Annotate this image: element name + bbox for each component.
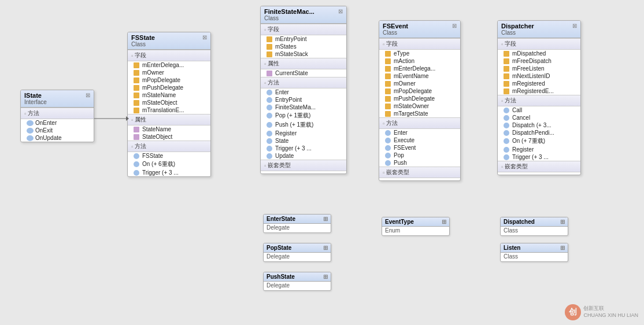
fsevent-methods-header: 方法 <box>379 117 460 129</box>
istate-methods-header: 方法 <box>21 108 94 119</box>
istate-method-onupdate: OnUpdate <box>21 134 94 142</box>
watermark-logo: 创 <box>565 304 581 320</box>
dispatcher-box: Dispatcher Class ⊠ 字段 mDispatched mFreeD… <box>497 20 581 175</box>
dispatcher-title: Dispatcher <box>501 23 534 29</box>
dispatcher-nested-header: 嵌套类型 <box>498 161 580 172</box>
watermark: 创 创新互联 CHUANG XIN HU LIAN <box>565 304 638 320</box>
watermark-text: 创新互联 CHUANG XIN HU LIAN <box>583 305 638 319</box>
dispatcher-methods-header: 方法 <box>498 95 580 106</box>
dispatched-box: Dispatched ⊞ Class <box>500 217 568 236</box>
dispatched-header[interactable]: Dispatched ⊞ <box>501 217 568 227</box>
istate-subtitle: Interface <box>24 99 47 105</box>
dispatcher-subtitle: Class <box>501 29 534 36</box>
enterstate-box: EnterState ⊞ Delegate <box>263 214 331 233</box>
enterstate-icon[interactable]: ⊞ <box>323 216 328 222</box>
fsstate-box: FSState Class ⊠ 字段 mEnterDelega... mOwne… <box>127 32 211 177</box>
istate-method-onexit: OnExit <box>21 127 94 134</box>
enterstate-subtitle: Delegate <box>264 224 331 232</box>
watermark-line1: 创新互联 <box>583 305 638 312</box>
dispatched-title: Dispatched <box>504 219 535 225</box>
pushstate-icon[interactable]: ⊞ <box>323 274 328 280</box>
fsevent-title: FSEvent <box>383 23 408 29</box>
fsm-nested-header: 嵌套类型 <box>261 160 346 171</box>
fsm-collapse-icon[interactable]: ⊠ <box>338 8 343 14</box>
fsm-methods-header: 方法 <box>261 77 346 88</box>
eventtype-icon[interactable]: ⊞ <box>442 219 446 225</box>
popstate-title: PopState <box>267 245 291 251</box>
pushstate-box: PushState ⊞ Delegate <box>263 272 331 291</box>
fsm-props-header: 属性 <box>261 58 346 69</box>
eventtype-subtitle: Enum <box>382 227 449 235</box>
dispatcher-fields-header: 字段 <box>498 38 580 50</box>
watermark-line2: CHUANG XIN HU LIAN <box>583 312 638 319</box>
istate-box: IState Interface ⊠ 方法 OnEnter OnExit OnU… <box>20 90 94 142</box>
fsstate-methods-header: 方法 <box>128 141 210 152</box>
fsevent-nested-header: 嵌套类型 <box>379 167 460 178</box>
dispatched-subtitle: Class <box>501 227 568 235</box>
eventtype-box: EventType ⊞ Enum <box>382 217 450 236</box>
fsevent-collapse-icon[interactable]: ⊠ <box>452 23 457 29</box>
eventtype-title: EventType <box>385 219 414 225</box>
listen-subtitle: Class <box>501 253 568 261</box>
istate-method-onenter: OnEnter <box>21 119 94 127</box>
fsevent-subtitle: Class <box>383 29 408 36</box>
listen-box: Listen ⊞ Class <box>500 243 568 262</box>
fsevent-header[interactable]: FSEvent Class ⊠ <box>379 21 460 38</box>
eventtype-header[interactable]: EventType ⊞ <box>382 217 449 227</box>
popstate-icon[interactable]: ⊞ <box>323 245 328 251</box>
fsm-subtitle: Class <box>264 15 314 21</box>
enterstate-header[interactable]: EnterState ⊞ <box>264 215 331 224</box>
fsm-box: FiniteStateMac... Class ⊠ 字段 mEntryPoint… <box>260 6 347 174</box>
fsstate-collapse-icon[interactable]: ⊠ <box>202 34 207 40</box>
fsm-title: FiniteStateMac... <box>264 8 314 15</box>
fsstate-title: FSState <box>131 34 155 41</box>
popstate-subtitle: Delegate <box>264 253 331 261</box>
fsm-header[interactable]: FiniteStateMac... Class ⊠ <box>261 6 346 24</box>
fsm-fields-header: 字段 <box>261 24 346 35</box>
fsevent-box: FSEvent Class ⊠ 字段 eType mAction mEnterD… <box>379 20 461 181</box>
dispatched-icon[interactable]: ⊞ <box>560 219 565 225</box>
enterstate-title: EnterState <box>267 216 295 222</box>
istate-collapse-icon[interactable]: ⊠ <box>86 92 90 98</box>
listen-icon[interactable]: ⊞ <box>560 245 565 251</box>
dispatcher-collapse-icon[interactable]: ⊠ <box>572 23 577 29</box>
fsstate-header[interactable]: FSState Class ⊠ <box>128 32 210 50</box>
listen-title: Listen <box>504 245 520 251</box>
fsstate-subtitle: Class <box>131 41 155 47</box>
pushstate-header[interactable]: PushState ⊞ <box>264 272 331 282</box>
listen-header[interactable]: Listen ⊞ <box>501 243 568 253</box>
popstate-box: PopState ⊞ Delegate <box>263 243 331 262</box>
fsstate-props-header: 属性 <box>128 114 210 125</box>
diagram-canvas: IState Interface ⊠ 方法 OnEnter OnExit OnU… <box>0 0 644 325</box>
istate-header[interactable]: IState Interface ⊠ <box>21 90 94 108</box>
popstate-header[interactable]: PopState ⊞ <box>264 243 331 253</box>
pushstate-title: PushState <box>267 274 295 280</box>
fsevent-fields-header: 字段 <box>379 38 460 50</box>
pushstate-subtitle: Delegate <box>264 282 331 290</box>
fsstate-fields-header: 字段 <box>128 50 210 61</box>
dispatcher-header[interactable]: Dispatcher Class ⊠ <box>498 21 580 38</box>
istate-title: IState <box>24 92 47 99</box>
